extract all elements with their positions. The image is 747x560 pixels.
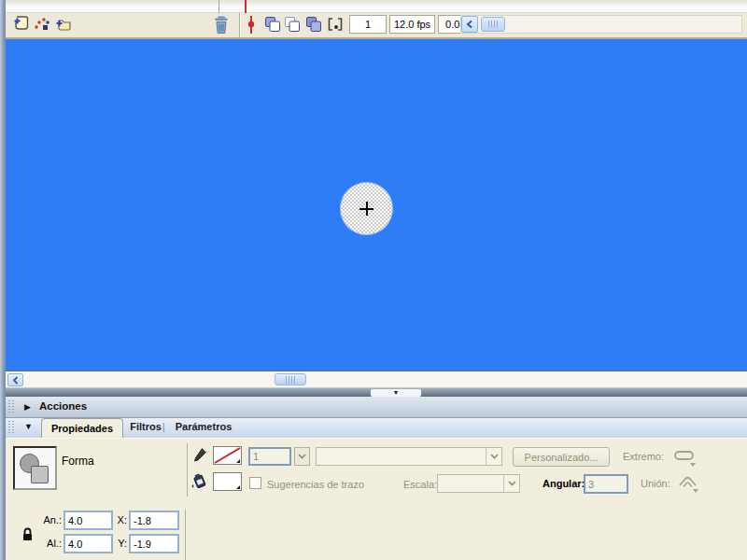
scroll-left-arrow-icon bbox=[466, 20, 473, 29]
tab-filtros[interactable]: Filtros bbox=[125, 421, 166, 432]
panel-splitter[interactable]: ▼ bbox=[6, 387, 747, 397]
y-label: Y: bbox=[110, 538, 127, 549]
onion-skin-button[interactable] bbox=[264, 15, 281, 34]
acciones-panel-header[interactable]: ▶ Acciones bbox=[6, 397, 747, 418]
stage-canvas[interactable] bbox=[6, 39, 747, 371]
timeline-frames-strip[interactable] bbox=[6, 0, 747, 13]
chevron-down-icon bbox=[298, 454, 306, 459]
center-frame-button[interactable] bbox=[244, 14, 259, 36]
scroll-thumb-grip bbox=[488, 21, 498, 28]
tab-separator: | bbox=[162, 421, 165, 432]
custom-stroke-button[interactable]: Personalizado... bbox=[513, 447, 610, 467]
flash-authoring-window: 1 12.0 fps 0.0s bbox=[0, 0, 747, 560]
panel-collapse-button[interactable]: ▼ bbox=[371, 389, 421, 397]
x-input[interactable] bbox=[129, 511, 179, 530]
delete-layer-button[interactable] bbox=[213, 14, 230, 35]
round-cap-icon bbox=[673, 450, 695, 461]
onion-skin-outlines-icon bbox=[284, 16, 301, 33]
swatch-dropdown-icon bbox=[236, 459, 240, 463]
stroke-style-select[interactable] bbox=[316, 447, 502, 466]
pencil-icon bbox=[192, 447, 207, 464]
panel-drag-grip[interactable] bbox=[8, 400, 14, 414]
selection-type-label: Forma bbox=[62, 455, 94, 468]
toolbar-separator bbox=[239, 13, 240, 37]
insert-layer-button[interactable] bbox=[11, 15, 30, 34]
registration-crosshair-icon bbox=[359, 202, 374, 216]
lock-icon bbox=[21, 526, 34, 542]
modify-onion-markers-button[interactable] bbox=[326, 15, 345, 34]
scale-select[interactable] bbox=[437, 474, 520, 493]
height-input[interactable] bbox=[63, 534, 113, 553]
join-style-dropdown[interactable] bbox=[678, 473, 698, 493]
current-frame-display: 1 bbox=[349, 15, 387, 34]
tab-propiedades[interactable]: Propiedades bbox=[41, 418, 123, 438]
onion-skin-icon bbox=[264, 16, 281, 33]
timeline-scroll-left-button[interactable] bbox=[461, 16, 478, 33]
collapse-down-icon[interactable]: ▼ bbox=[24, 421, 33, 432]
cap-style-label: Extremo: bbox=[623, 451, 664, 462]
width-label: An.: bbox=[34, 514, 62, 525]
tiny-dropdown-icon bbox=[693, 489, 698, 493]
miter-input[interactable] bbox=[584, 474, 628, 494]
insert-layer-folder-button[interactable] bbox=[54, 15, 73, 34]
frame-rate-display[interactable]: 12.0 fps bbox=[389, 15, 435, 34]
join-style-label: Unión: bbox=[641, 478, 670, 489]
properties-panel-tabbar: ▼ Propiedades Filtros | Parámetros bbox=[6, 418, 747, 438]
timeline-toolbar: 1 12.0 fps 0.0s bbox=[6, 13, 747, 39]
playhead-marker[interactable] bbox=[245, 0, 247, 13]
tab-parametros[interactable]: Parámetros bbox=[170, 421, 237, 432]
paint-bucket-icon bbox=[190, 472, 208, 492]
stage-scroll-thumb[interactable] bbox=[275, 373, 306, 385]
stroke-height-dropdown-button[interactable] bbox=[294, 447, 310, 466]
edit-multiple-frames-button[interactable] bbox=[305, 15, 322, 34]
collapse-down-icon: ▼ bbox=[393, 389, 400, 396]
layer-folder-icon bbox=[54, 15, 73, 34]
trash-icon bbox=[213, 14, 230, 35]
add-motion-guide-button[interactable] bbox=[33, 15, 51, 34]
miter-label: Angular: bbox=[543, 478, 585, 489]
tiny-dropdown-icon bbox=[690, 463, 696, 467]
timeline-hscrollbar[interactable] bbox=[460, 15, 742, 34]
content-separator bbox=[187, 443, 188, 497]
y-input[interactable] bbox=[129, 534, 179, 553]
stage-hscrollbar[interactable] bbox=[6, 371, 747, 387]
content-separator bbox=[185, 510, 186, 560]
chevron-down-icon bbox=[486, 448, 501, 465]
x-label: X: bbox=[110, 514, 127, 525]
scale-label: Escala: bbox=[403, 479, 437, 490]
acciones-panel-title: Acciones bbox=[39, 400, 87, 412]
panel-drag-grip[interactable] bbox=[8, 421, 14, 435]
timeline-pane-divider bbox=[218, 0, 219, 13]
custom-stroke-button-label: Personalizado... bbox=[525, 452, 599, 463]
scroll-left-arrow-icon bbox=[12, 376, 19, 385]
motion-guide-icon bbox=[33, 15, 51, 34]
properties-panel-content: Forma bbox=[6, 438, 747, 560]
tab-propiedades-label: Propiedades bbox=[51, 423, 113, 434]
preview-square-icon bbox=[31, 466, 49, 483]
stroke-hints-checkbox[interactable] bbox=[249, 477, 261, 489]
insert-layer-icon bbox=[11, 15, 30, 34]
width-input[interactable] bbox=[63, 511, 113, 530]
stage-scroll-left-button[interactable] bbox=[7, 373, 23, 386]
center-frame-icon bbox=[244, 14, 259, 36]
current-frame-value: 1 bbox=[365, 19, 371, 30]
frame-rate-value: 12.0 fps bbox=[394, 19, 430, 30]
round-join-icon bbox=[678, 473, 698, 487]
edit-multiple-frames-icon bbox=[305, 16, 322, 33]
stroke-color-swatch[interactable] bbox=[213, 446, 242, 465]
expand-right-icon: ▶ bbox=[24, 401, 31, 413]
stroke-height-input[interactable] bbox=[248, 447, 291, 466]
scroll-thumb-grip bbox=[286, 376, 295, 384]
height-label: Al.: bbox=[34, 538, 62, 549]
swatch-dropdown-icon bbox=[236, 485, 240, 489]
shape-preview-thumbnail bbox=[13, 446, 57, 490]
onion-markers-icon bbox=[326, 15, 345, 34]
timeline-scroll-thumb[interactable] bbox=[481, 17, 505, 32]
onion-skin-outlines-button[interactable] bbox=[284, 15, 301, 34]
chevron-down-icon bbox=[503, 475, 519, 492]
fill-color-swatch[interactable] bbox=[213, 472, 242, 491]
lock-aspect-button[interactable] bbox=[21, 526, 34, 544]
cap-style-dropdown[interactable] bbox=[673, 450, 696, 467]
stroke-hints-label: Sugerencias de trazo bbox=[267, 479, 364, 490]
